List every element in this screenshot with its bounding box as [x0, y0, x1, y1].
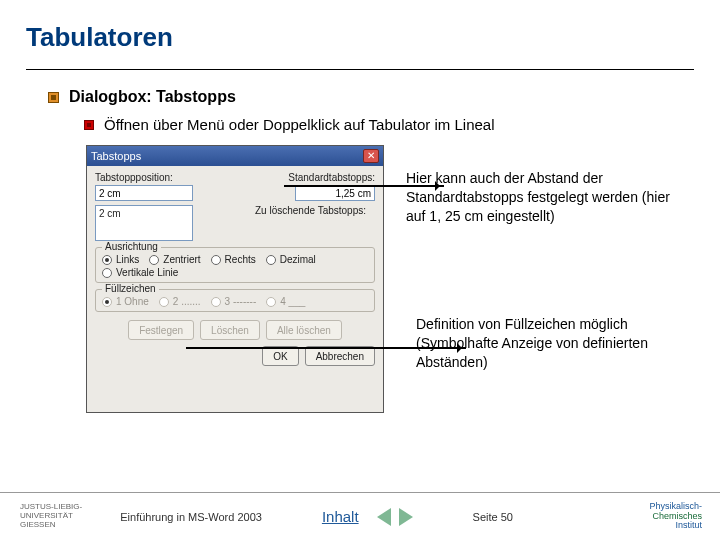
dialog-title: Tabstopps	[91, 150, 141, 162]
default-label: Standardtabstopps:	[288, 172, 375, 183]
page-title: Tabulatoren	[26, 22, 694, 53]
alignment-group-label: Ausrichtung	[102, 241, 161, 252]
align-dezimal-radio[interactable]: Dezimal	[266, 254, 316, 265]
footer: JUSTUS-LIEBIG- UNIVERSITÄT GIESSEN Einfü…	[0, 492, 720, 540]
course-title: Einführung in MS-Word 2003	[120, 511, 262, 523]
delete-button[interactable]: Löschen	[200, 320, 260, 340]
cancel-button[interactable]: Abbrechen	[305, 346, 375, 366]
page-number: Seite 50	[473, 511, 513, 523]
bullet-level1: Dialogbox: Tabstopps	[48, 88, 694, 106]
divider	[26, 69, 694, 70]
ok-button[interactable]: OK	[262, 346, 298, 366]
bullet1-text: Dialogbox: Tabstopps	[69, 88, 236, 106]
align-links-radio[interactable]: Links	[102, 254, 139, 265]
university-logo: JUSTUS-LIEBIG- UNIVERSITÄT GIESSEN	[0, 503, 90, 529]
alignment-group: Ausrichtung Links Zentriert Rechts Dezim…	[95, 247, 375, 283]
delete-all-button[interactable]: Alle löschen	[266, 320, 342, 340]
fill-2-radio[interactable]: 2 .......	[159, 296, 201, 307]
fill-4-radio[interactable]: 4 ___	[266, 296, 305, 307]
bullet-icon	[48, 92, 59, 103]
align-rechts-radio[interactable]: Rechts	[211, 254, 256, 265]
fill-group-label: Füllzeichen	[102, 283, 159, 294]
set-button[interactable]: Festlegen	[128, 320, 194, 340]
close-button[interactable]: ✕	[363, 149, 379, 163]
fill-3-radio[interactable]: 3 -------	[211, 296, 257, 307]
dialog-titlebar: Tabstopps ✕	[87, 146, 383, 166]
to-delete-label: Zu löschende Tabstopps:	[255, 205, 375, 241]
prev-icon[interactable]	[377, 508, 391, 526]
bullet2-text: Öffnen über Menü oder Doppelklick auf Ta…	[104, 116, 495, 133]
next-icon[interactable]	[399, 508, 413, 526]
pos-list[interactable]: 2 cm	[95, 205, 193, 241]
fill-group: Füllzeichen 1 Ohne 2 ....... 3 ------- 4…	[95, 289, 375, 312]
callout-text-1: Hier kann auch der Abstand der Standardt…	[406, 169, 676, 226]
pos-label: Tabstoppposition:	[95, 172, 173, 183]
institute-logo: Physikalisch- Chemisches Institut	[649, 502, 702, 532]
inhalt-link[interactable]: Inhalt	[322, 508, 359, 525]
bullet-level2: Öffnen über Menü oder Doppelklick auf Ta…	[84, 116, 694, 133]
nav-arrows	[377, 508, 413, 526]
default-input[interactable]	[295, 185, 375, 201]
align-vertikale-radio[interactable]: Vertikale Linie	[102, 267, 178, 278]
fill-1-radio[interactable]: 1 Ohne	[102, 296, 149, 307]
bullet-icon	[84, 120, 94, 130]
pos-input[interactable]	[95, 185, 193, 201]
callout-text-2: Definition von Füllzeichen möglich (Symb…	[416, 315, 686, 372]
align-zentriert-radio[interactable]: Zentriert	[149, 254, 200, 265]
